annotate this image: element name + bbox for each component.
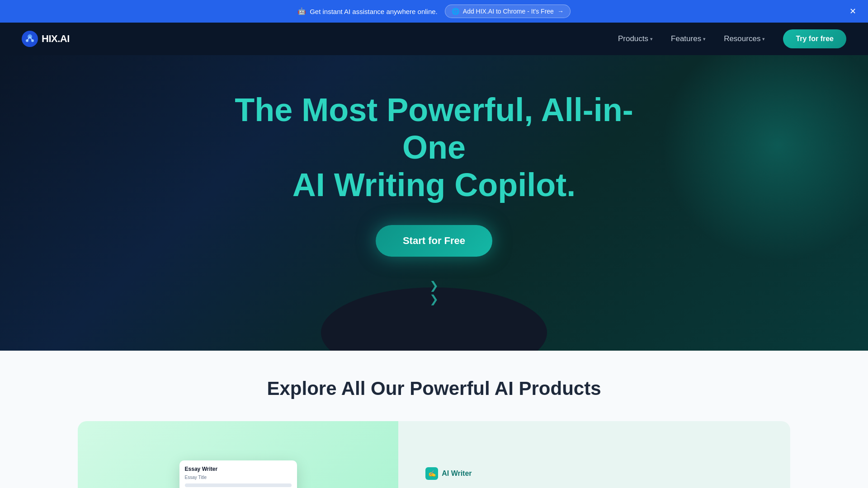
arrow-icon: → xyxy=(557,8,564,15)
resources-label: Resources xyxy=(724,34,760,43)
ai-writer-icon: ✍ xyxy=(425,467,438,480)
banner-close-button[interactable]: ✕ xyxy=(846,5,859,18)
features-label: Features xyxy=(671,34,701,43)
hero-section: The Most Powerful, All-in-One AI Writing… xyxy=(0,55,868,351)
logo[interactable]: HIX.AI xyxy=(22,31,70,47)
products-label: Products xyxy=(618,34,648,43)
try-free-button[interactable]: Try for free xyxy=(783,29,846,48)
writer-icon-glyph: ✍ xyxy=(428,470,436,477)
navbar: HIX.AI Products ▾ Features ▾ Resources ▾… xyxy=(0,23,868,55)
product-badge-label: AI Writer xyxy=(442,469,472,478)
start-free-button[interactable]: Start for Free xyxy=(376,225,492,257)
mock-ui-title: Essay Writer xyxy=(185,466,292,472)
mock-ui-line-1 xyxy=(185,483,292,487)
resources-chevron-icon: ▾ xyxy=(762,36,765,42)
product-card-ai-writer: Essay Writer Essay Title If you have a s… xyxy=(78,421,790,488)
product-card-content: ✍ AI Writer Create ANY Content in Second… xyxy=(398,421,790,488)
product-badge: ✍ AI Writer xyxy=(425,467,763,480)
banner-cta-button[interactable]: 🌐 Add HIX.AI to Chrome - It's Free → xyxy=(445,5,571,18)
mock-ui-subtitle: Essay Title xyxy=(185,475,292,480)
products-section-title: Explore All Our Powerful AI Products xyxy=(78,378,790,399)
products-chevron-icon: ▾ xyxy=(650,36,653,42)
hero-title-line1: The Most Powerful, All-in-One xyxy=(235,92,633,165)
banner-text-content: Get instant AI assistance anywhere onlin… xyxy=(310,8,438,15)
nav-products[interactable]: Products ▾ xyxy=(611,31,660,47)
logo-text: HIX.AI xyxy=(42,33,70,45)
chevron-down-icon: ❯ xyxy=(429,279,439,292)
hero-title: The Most Powerful, All-in-One AI Writing… xyxy=(231,91,637,203)
nav-resources[interactable]: Resources ▾ xyxy=(717,31,772,47)
top-banner: 🤖 Get instant AI assistance anywhere onl… xyxy=(0,0,868,23)
banner-cta-label: Add HIX.AI to Chrome - It's Free xyxy=(463,8,554,15)
nav-links: Products ▾ Features ▾ Resources ▾ Try fo… xyxy=(611,29,846,48)
logo-icon xyxy=(22,31,38,47)
features-chevron-icon: ▾ xyxy=(703,36,706,42)
products-section: Explore All Our Powerful AI Products Ess… xyxy=(0,351,868,488)
banner-emoji: 🤖 xyxy=(297,7,306,15)
mock-ui-preview: Essay Writer Essay Title If you have a s… xyxy=(179,460,297,488)
chrome-icon: 🌐 xyxy=(452,8,459,15)
hero-title-line2: AI Writing Copilot. xyxy=(292,167,576,203)
nav-features[interactable]: Features ▾ xyxy=(664,31,713,47)
product-card-image: Essay Writer Essay Title If you have a s… xyxy=(78,421,398,488)
chevron-down-icon-2: ❯ xyxy=(429,293,439,305)
scroll-indicator: ❯ ❯ xyxy=(429,279,439,305)
banner-message: 🤖 Get instant AI assistance anywhere onl… xyxy=(297,7,438,15)
